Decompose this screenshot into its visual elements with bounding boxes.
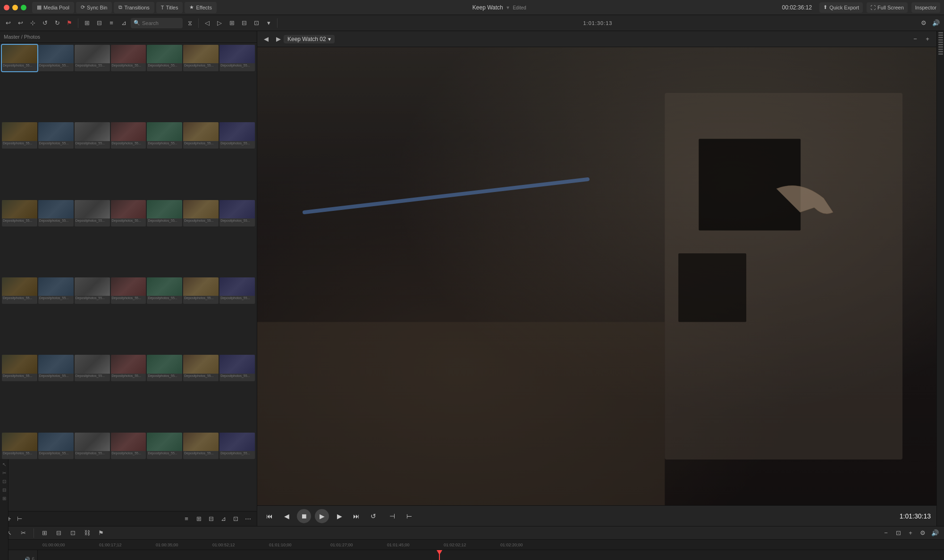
transitions-tab[interactable]: ⧉ Transitions [114, 2, 154, 13]
grid-view-button[interactable]: ⊞ [194, 514, 204, 524]
trim-out-button[interactable]: ⊢ [403, 510, 416, 523]
undo-button[interactable]: ↺ [40, 18, 50, 28]
titles-tab[interactable]: T Titles [156, 2, 183, 13]
fullscreen-button[interactable] [21, 5, 26, 10]
view-btn1[interactable]: ⊞ [82, 18, 92, 28]
audio-btn2[interactable]: ▷ [214, 18, 225, 28]
inspector-button[interactable]: Inspector [911, 2, 940, 13]
full-screen-button[interactable]: ⛶ Full Screen [867, 2, 908, 13]
media-clip-24[interactable]: Depositphotos_55... [111, 277, 146, 304]
tl-zoom-in[interactable]: + [905, 528, 916, 538]
redo-button[interactable]: ↻ [52, 18, 62, 28]
media-clip-26[interactable]: Depositphotos_55... [183, 277, 219, 304]
media-clip-13[interactable]: Depositphotos_55... [219, 122, 255, 149]
media-clip-4[interactable]: Depositphotos_55... [147, 45, 182, 71]
tl-zoom-fit[interactable]: ⊡ [893, 528, 903, 538]
tl-zoom-out[interactable]: − [881, 528, 891, 538]
speaker-button[interactable]: 🔊 [931, 18, 941, 28]
view-btn3[interactable]: ≡ [106, 18, 117, 28]
tl-settings[interactable]: ⚙ [918, 528, 928, 538]
slip-tool[interactable]: ⊞ [1, 495, 7, 502]
prev-clip-button[interactable]: ◀ [261, 34, 271, 44]
settings-button[interactable]: ⚙ [919, 18, 929, 28]
tool3-button[interactable]: ⊹ [27, 18, 38, 28]
tl-del-track-button[interactable]: ⊟ [53, 528, 64, 538]
media-clip-14[interactable]: Depositphotos_55... [2, 200, 37, 226]
tl-flag-button[interactable]: ⚑ [96, 528, 106, 538]
media-clip-15[interactable]: Depositphotos_55... [38, 200, 74, 226]
view-btn4[interactable]: ⊿ [118, 18, 129, 28]
effects-tab[interactable]: ★ Effects [185, 2, 216, 13]
media-clip-5[interactable]: Depositphotos_55... [183, 45, 219, 71]
media-clip-19[interactable]: Depositphotos_55... [183, 200, 219, 226]
razor-tool[interactable]: ✂ [1, 469, 7, 476]
media-clip-32[interactable]: Depositphotos_55... [147, 355, 182, 381]
media-clip-18[interactable]: Depositphotos_55... [147, 200, 182, 226]
detail-view-button[interactable]: ⊟ [206, 514, 216, 524]
media-clip-37[interactable]: Depositphotos_55... [75, 433, 110, 459]
search-input[interactable] [142, 20, 180, 26]
media-clip-1[interactable]: Depositphotos_55... [38, 45, 74, 71]
pointer-tool[interactable]: ↖ [1, 461, 7, 468]
ripple-tool[interactable]: ⊡ [1, 478, 7, 485]
media-clip-11[interactable]: Depositphotos_55... [147, 122, 182, 149]
media-clip-33[interactable]: Depositphotos_55... [183, 355, 219, 381]
mark-in-button[interactable]: ⊢ [14, 514, 25, 524]
media-clip-36[interactable]: Depositphotos_55... [38, 433, 74, 459]
step-forward-button[interactable]: ▶ [333, 510, 346, 523]
audio-btn4[interactable]: ⊟ [239, 18, 249, 28]
media-clip-34[interactable]: Depositphotos_55... [219, 355, 255, 381]
media-clip-20[interactable]: Depositphotos_55... [219, 200, 255, 226]
audio-btn6[interactable]: ▾ [263, 18, 274, 28]
media-clip-30[interactable]: Depositphotos_55... [75, 355, 110, 381]
tool1-button[interactable]: ↩ [3, 18, 13, 28]
roll-tool[interactable]: ⊟ [1, 486, 7, 493]
close-button[interactable] [4, 5, 9, 10]
zoom-out-button[interactable]: − [910, 34, 920, 44]
tl-add-track-button[interactable]: ⊞ [39, 528, 50, 538]
next-clip-button[interactable]: ▶ [273, 34, 284, 44]
media-clip-25[interactable]: Depositphotos_55... [147, 277, 182, 304]
media-clip-29[interactable]: Depositphotos_55... [38, 355, 74, 381]
media-clip-17[interactable]: Depositphotos_55... [111, 200, 146, 226]
media-clip-21[interactable]: Depositphotos_55... [2, 277, 37, 304]
media-clip-0[interactable]: Depositphotos_55... [2, 45, 37, 71]
media-clip-16[interactable]: Depositphotos_55... [75, 200, 110, 226]
tl-snap-button[interactable]: ⊡ [67, 528, 78, 538]
media-clip-27[interactable]: Depositphotos_55... [219, 277, 255, 304]
zoom-in-button[interactable]: + [922, 34, 933, 44]
media-clip-8[interactable]: Depositphotos_55... [38, 122, 74, 149]
tl-audio-settings[interactable]: 🔊 [930, 528, 940, 538]
media-clip-39[interactable]: Depositphotos_55... [147, 433, 182, 459]
filter-button[interactable]: ⧖ [185, 18, 195, 28]
sort-button[interactable]: ⊿ [218, 514, 228, 524]
media-clip-23[interactable]: Depositphotos_55... [75, 277, 110, 304]
audio-btn5[interactable]: ⊡ [251, 18, 261, 28]
media-clip-6[interactable]: Depositphotos_55... [219, 45, 255, 71]
media-clip-12[interactable]: Depositphotos_55... [183, 122, 219, 149]
media-clip-10[interactable]: Depositphotos_55... [111, 122, 146, 149]
media-clip-2[interactable]: Depositphotos_55... [75, 45, 110, 71]
media-clip-41[interactable]: Depositphotos_55... [219, 433, 255, 459]
media-clip-7[interactable]: Depositphotos_55... [2, 122, 37, 149]
audio-btn1[interactable]: ◁ [202, 18, 212, 28]
tl-trim-tool[interactable]: ✂ [18, 528, 28, 538]
media-clip-35[interactable]: Depositphotos_55... [2, 433, 37, 459]
step-back-button[interactable]: ◀ [280, 510, 293, 523]
media-clip-28[interactable]: Depositphotos_55... [2, 355, 37, 381]
quick-export-button[interactable]: ⬆ Quick Export [819, 2, 863, 13]
search-box[interactable]: 🔍 [131, 18, 183, 28]
flag-button[interactable]: ⚑ [64, 18, 75, 28]
list-view-button[interactable]: ≡ [181, 514, 192, 524]
media-clip-40[interactable]: Depositphotos_55... [183, 433, 219, 459]
sync-bin-tab[interactable]: ⟳ Sync Bin [76, 2, 112, 13]
stop-button[interactable]: ⏹ [297, 509, 311, 523]
clip-settings-button[interactable]: ⊡ [230, 514, 241, 524]
view-btn2[interactable]: ⊟ [94, 18, 104, 28]
loop-button[interactable]: ↺ [367, 510, 380, 523]
minimize-button[interactable] [12, 5, 18, 10]
prev-frame-button[interactable]: ⏮ [263, 510, 276, 523]
media-clip-3[interactable]: Depositphotos_55... [111, 45, 146, 71]
media-clip-31[interactable]: Depositphotos_55... [111, 355, 146, 381]
media-clip-9[interactable]: Depositphotos_55... [75, 122, 110, 149]
